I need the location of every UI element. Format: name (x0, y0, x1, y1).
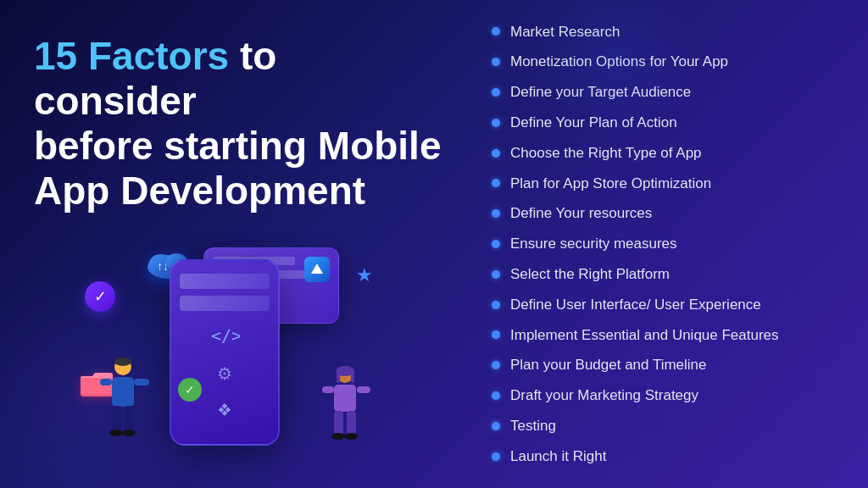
svg-marker-6 (311, 263, 323, 274)
factor-item-3: Define your Target Audience (492, 78, 843, 107)
svg-text:</>: </> (211, 325, 240, 346)
factor-item-10: Define User Interface/ User Experience (492, 291, 843, 319)
bullet-dot-12 (492, 361, 500, 369)
bullet-dot-9 (492, 270, 500, 279)
factor-text-9: Select the Right Platform (510, 264, 670, 285)
title-block: 15 Factors to consider before starting M… (34, 34, 449, 214)
bullet-dot-14 (492, 422, 500, 430)
check-circle-deco: ✓ (85, 281, 115, 312)
factor-text-12: Plan your Budget and Timeline (510, 355, 707, 375)
factor-item-6: Plan for App Store Optimization (492, 169, 843, 198)
factor-text-7: Define Your resources (510, 203, 652, 224)
svg-text:↑↓: ↑↓ (157, 259, 169, 273)
svg-rect-19 (337, 371, 340, 383)
title-line-1: 15 Factors to consider (34, 34, 449, 124)
phone-checkmark: ✓ (178, 378, 202, 402)
factor-item-13: Draft your Marketing Strategy (492, 381, 843, 410)
svg-rect-9 (100, 379, 112, 385)
bullet-dot-1 (492, 27, 500, 36)
bullet-dot-15 (492, 452, 500, 461)
factor-text-11: Implement Essential and Unique Features (510, 325, 779, 346)
bullet-dot-11 (492, 330, 500, 339)
svg-point-13 (109, 430, 123, 436)
svg-rect-11 (112, 406, 121, 431)
svg-point-15 (114, 358, 131, 366)
bullet-dot-8 (492, 240, 500, 248)
factor-text-13: Draft your Marketing Strategy (510, 385, 698, 406)
factor-text-15: Launch it Right (510, 446, 606, 467)
bullet-dot-2 (492, 58, 500, 66)
svg-rect-10 (134, 379, 149, 385)
phone-bar-2 (180, 296, 270, 311)
svg-point-26 (331, 433, 345, 440)
right-panel: Market ResearchMonetization Options for … (475, 0, 868, 488)
factor-text-5: Choose the Right Type of App (510, 143, 702, 164)
factor-item-14: Testing (492, 412, 843, 441)
factor-text-8: Ensure security measures (510, 234, 677, 254)
factor-item-5: Choose the Right Type of App (492, 139, 843, 168)
phone-code-icon: </> (180, 318, 270, 352)
bullet-dot-6 (492, 179, 500, 187)
factor-text-1: Market Research (510, 22, 620, 42)
bullet-dot-13 (492, 391, 500, 400)
svg-rect-22 (322, 386, 334, 393)
title-highlight: 15 Factors (34, 34, 229, 78)
person-left (93, 357, 153, 450)
factor-item-8: Ensure security measures (492, 230, 843, 258)
factor-text-2: Monetization Options for Your App (510, 52, 728, 72)
factor-text-6: Plan for App Store Optimization (510, 174, 711, 194)
svg-rect-20 (351, 371, 354, 383)
factor-item-4: Define Your Plan of Action (492, 108, 843, 137)
factor-item-12: Plan your Budget and Timeline (492, 351, 843, 380)
svg-rect-23 (357, 386, 370, 393)
card-arrow-icon (304, 257, 330, 282)
factor-item-9: Select the Right Platform (492, 260, 843, 289)
bullet-dot-4 (492, 119, 500, 127)
title-line-2: before starting Mobile (34, 124, 449, 169)
svg-rect-24 (334, 411, 343, 435)
check-icon: ✓ (94, 287, 107, 306)
star-decoration: ★ (356, 264, 373, 286)
svg-point-27 (344, 433, 358, 440)
left-panel: 15 Factors to consider before starting M… (0, 0, 475, 488)
factor-text-3: Define your Target Audience (510, 82, 691, 103)
bullet-dot-10 (492, 301, 500, 309)
bullet-dot-5 (492, 149, 500, 158)
phone-bar-1 (180, 274, 270, 289)
factor-item-1: Market Research (492, 18, 843, 47)
svg-rect-8 (112, 377, 134, 407)
factor-text-10: Define User Interface/ User Experience (510, 295, 761, 315)
factor-item-2: Monetization Options for Your App (492, 47, 843, 76)
bullet-dot-7 (492, 209, 500, 218)
factor-text-14: Testing (510, 416, 556, 436)
factor-item-7: Define Your resources (492, 199, 843, 228)
title-line-3: App Development (34, 169, 449, 214)
factor-list: Market ResearchMonetization Options for … (492, 18, 843, 471)
svg-point-14 (122, 430, 136, 436)
svg-rect-12 (125, 406, 134, 431)
factor-item-11: Implement Essential and Unique Features (492, 321, 843, 350)
factor-item-15: Launch it Right (492, 442, 843, 471)
factor-text-4: Define Your Plan of Action (510, 113, 677, 133)
person-right (318, 365, 373, 450)
illustration-area: ↑↓ ✓ ★ (34, 230, 449, 471)
bullet-dot-3 (492, 88, 500, 97)
phone-mockup: </> ⚙ ❖ ✓ (170, 259, 280, 446)
svg-rect-25 (347, 411, 356, 435)
main-container: 15 Factors to consider before starting M… (0, 0, 868, 488)
svg-rect-21 (334, 385, 356, 412)
